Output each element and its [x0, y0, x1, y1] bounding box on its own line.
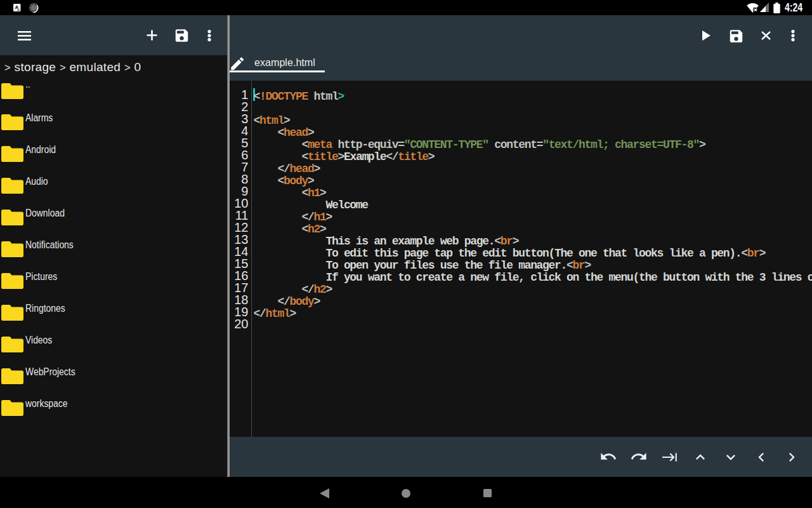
svg-text:A: A	[15, 4, 19, 10]
